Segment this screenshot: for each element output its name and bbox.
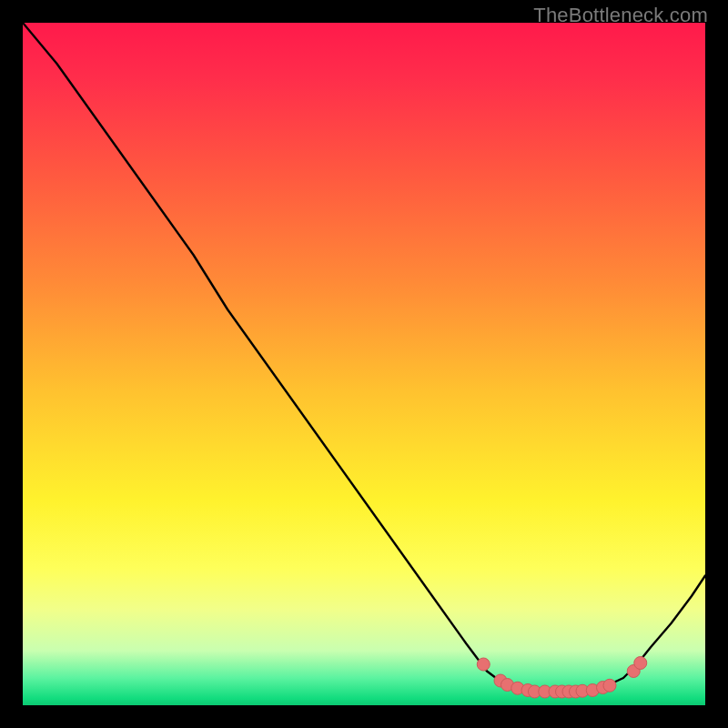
data-marker (603, 679, 616, 692)
bottleneck-curve-chart (23, 23, 705, 705)
attribution-text: TheBottleneck.com (533, 4, 708, 27)
data-marker (477, 658, 490, 671)
bottleneck-curve (23, 23, 705, 692)
data-marker (634, 657, 647, 670)
chart-frame: TheBottleneck.com (0, 0, 728, 728)
chart-plot-area (23, 23, 705, 705)
